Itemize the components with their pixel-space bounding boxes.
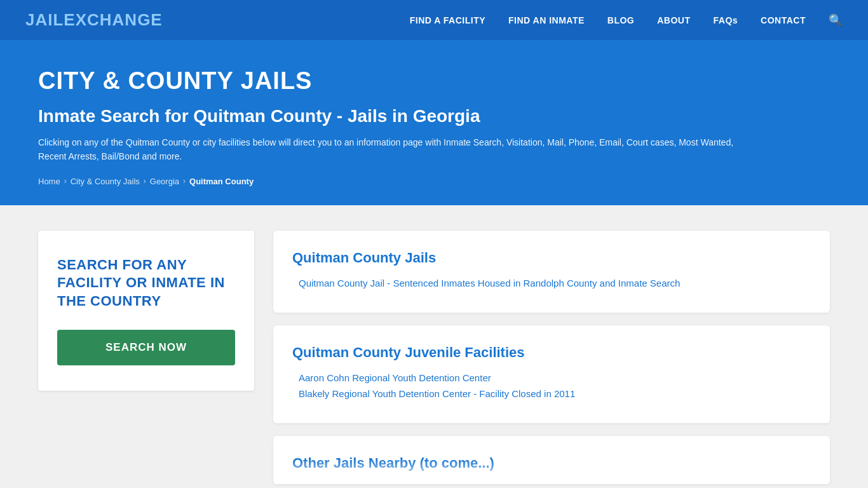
breadcrumb-sep-2: ›	[144, 177, 146, 186]
nav-contact[interactable]: CONTACT	[761, 15, 806, 25]
breadcrumb-sep-1: ›	[64, 177, 67, 186]
breadcrumb-current: Quitman County	[189, 177, 254, 186]
nav-blog[interactable]: BLOG	[607, 15, 634, 25]
other-card-title: Other Jails Nearby (to come...)	[292, 455, 811, 471]
juvenile-link-1[interactable]: Aaron Cohn Regional Youth Detention Cent…	[292, 372, 811, 383]
juvenile-link-2[interactable]: Blakely Regional Youth Detention Center …	[292, 388, 811, 399]
logo-jail: JAIL	[25, 10, 64, 29]
juvenile-card: Quitman County Juvenile Facilities Aaron…	[273, 325, 830, 423]
hero-subtitle: Inmate Search for Quitman County - Jails…	[38, 106, 830, 126]
breadcrumb-city-county[interactable]: City & County Jails	[71, 177, 140, 186]
other-card: Other Jails Nearby (to come...)	[273, 436, 830, 484]
jails-card: Quitman County Jails Quitman County Jail…	[273, 231, 830, 313]
hero-section: CITY & COUNTY JAILS Inmate Search for Qu…	[0, 42, 868, 205]
site-logo[interactable]: JAILEXCHANGE	[25, 10, 163, 30]
search-icon[interactable]: 🔍	[829, 13, 843, 27]
juvenile-card-title: Quitman County Juvenile Facilities	[292, 344, 811, 361]
sidebar: SEARCH FOR ANY FACILITY OR INMATE IN THE…	[38, 231, 254, 488]
main-content: SEARCH FOR ANY FACILITY OR INMATE IN THE…	[0, 205, 868, 488]
nav-find-facility[interactable]: FIND A FACILITY	[410, 15, 485, 25]
search-now-button[interactable]: SEARCH NOW	[57, 330, 235, 365]
cards-container: Quitman County Jails Quitman County Jail…	[273, 231, 830, 488]
logo-exchange: EXCHANGE	[64, 10, 162, 29]
nav-find-inmate[interactable]: FIND AN INMATE	[508, 15, 585, 25]
nav-faqs[interactable]: FAQs	[714, 15, 738, 25]
search-widget-title: SEARCH FOR ANY FACILITY OR INMATE IN THE…	[57, 256, 235, 311]
hero-description: Clicking on any of the Quitman County or…	[38, 135, 737, 164]
jail-link-1[interactable]: Quitman County Jail - Sentenced Inmates …	[292, 278, 811, 288]
breadcrumb-home[interactable]: Home	[38, 177, 60, 186]
breadcrumb-sep-3: ›	[183, 177, 186, 186]
breadcrumb: Home › City & County Jails › Georgia › Q…	[38, 177, 830, 186]
main-header: JAILEXCHANGE FIND A FACILITY FIND AN INM…	[0, 0, 868, 42]
main-nav: FIND A FACILITY FIND AN INMATE BLOG ABOU…	[410, 13, 843, 27]
page-title: CITY & COUNTY JAILS	[38, 67, 830, 95]
nav-about[interactable]: ABOUT	[657, 15, 690, 25]
search-widget: SEARCH FOR ANY FACILITY OR INMATE IN THE…	[38, 231, 254, 391]
jails-card-title: Quitman County Jails	[292, 250, 811, 266]
breadcrumb-state[interactable]: Georgia	[150, 177, 179, 186]
